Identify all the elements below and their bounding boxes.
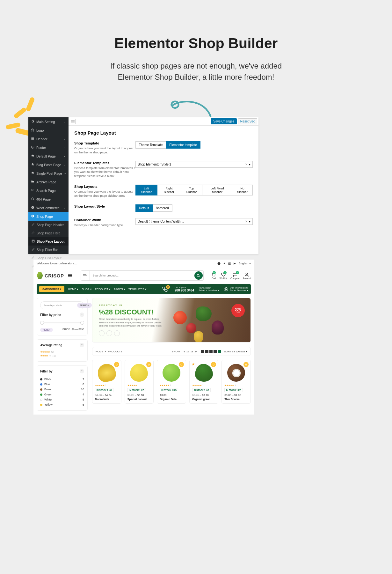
categories-button[interactable]: CATEGORIES ▾ xyxy=(39,286,64,292)
facebook-icon[interactable]: ⬤ xyxy=(217,262,221,265)
color-filter-brown[interactable]: Brown10 xyxy=(40,387,84,392)
top-sidebar-option[interactable]: Top Sidebar xyxy=(181,185,202,195)
product-rating: ★★★★★ 1 xyxy=(160,384,183,387)
sidebar-item-single-post-page[interactable]: Single Post Page⌄ xyxy=(28,169,69,178)
clear-icon[interactable]: ✕ xyxy=(245,220,248,223)
sidebar-search-input[interactable] xyxy=(44,303,77,308)
sidebar-item-shop-page-layout[interactable]: Shop Page Layout xyxy=(28,237,69,246)
reset-button[interactable]: Reset Sec xyxy=(238,118,257,124)
right-sidebar-option[interactable]: Right Sidebar xyxy=(157,185,181,195)
show-label: SHOW xyxy=(172,350,180,353)
nav-link-shop[interactable]: SHOP ▾ xyxy=(82,288,91,291)
search-category-icon[interactable] xyxy=(81,271,90,280)
sidebar-item-logo[interactable]: Logo xyxy=(28,126,69,135)
rating-filter-4[interactable]: ★★★★★(1) xyxy=(40,354,84,357)
sidebar-item-woocommerce[interactable]: WWooCommerce⌄ xyxy=(28,203,69,212)
nav-link-templates[interactable]: TEMPLATES ▾ xyxy=(128,288,147,291)
sidebar-item-shop-page-header[interactable]: Shop Page Header xyxy=(28,221,69,229)
product-card[interactable]: ★★★★★★ 1IN STOCK 1 KG$3.25 – $3.10Organi… xyxy=(189,360,219,404)
cart-button[interactable]: 0 Cart xyxy=(211,272,216,279)
no-sidebar-option[interactable]: No Sidebar xyxy=(232,185,253,195)
account-button[interactable]: Account xyxy=(243,272,251,279)
twitter-icon[interactable]: ✦ xyxy=(223,262,226,265)
color-filter-blue[interactable]: Blue8 xyxy=(40,382,84,387)
color-filter-black[interactable]: Black7 xyxy=(40,377,84,382)
wishlist-icon[interactable] xyxy=(114,362,119,367)
color-filter-green[interactable]: Green4 xyxy=(40,392,84,397)
filter-button[interactable]: FILTER xyxy=(40,328,53,332)
location-select[interactable]: Your LocationSelect a Location ▾ xyxy=(199,287,219,292)
collapse-icon[interactable]: ⌃ xyxy=(80,313,84,317)
banner-feature-icon xyxy=(106,330,112,336)
sidebar-search-button[interactable]: SEARCH xyxy=(77,303,92,308)
sort-select[interactable]: SORT BY LATEST ▾ xyxy=(224,350,247,353)
language-select[interactable]: English ▾ xyxy=(238,261,251,265)
shop-layouts-segment[interactable]: Left Sidebar Right Sidebar Top Sidebar L… xyxy=(135,185,253,195)
collapse-icon[interactable]: ⌃ xyxy=(80,369,84,373)
nav-link-product[interactable]: PRODUCT ▾ xyxy=(95,288,111,291)
show-count-18[interactable]: 18 xyxy=(191,350,193,353)
product-card[interactable]: ★★★★★ 1IN STOCK 1 KG$3.25 – $3.10Special… xyxy=(125,360,154,404)
elementor-template-option[interactable]: Elementor template xyxy=(166,141,200,149)
sidebar-item-shop-page[interactable]: Shop Page xyxy=(28,212,69,221)
sidebar-item-404-page[interactable]: 404 Page xyxy=(28,195,69,203)
sidebar-item-default-page[interactable]: Default Page⌄ xyxy=(28,152,69,160)
sale-badge: 30%OFF xyxy=(231,304,245,317)
compare-button[interactable]: 0 Compare xyxy=(230,272,240,279)
view-compact-icon[interactable] xyxy=(218,350,221,353)
sidebar-item-archive-page[interactable]: Archive Page xyxy=(28,178,69,186)
nav-link-pages[interactable]: PAGES ▾ xyxy=(114,288,125,291)
elementor-template-select[interactable]: Shop Elementor Style 1 ✕▾ xyxy=(135,161,253,168)
collapse-icon[interactable]: ⌃ xyxy=(80,343,84,347)
instagram-icon[interactable]: ◧ xyxy=(228,262,231,265)
color-name: Green xyxy=(44,393,52,396)
color-filter-white[interactable]: White5 xyxy=(40,397,84,402)
product-card[interactable]: ★★★★★ 1IN STOCK 1 KG$3.00 – $4.00Thai Sp… xyxy=(221,360,251,404)
account-label: Account xyxy=(243,277,251,279)
view-list-icon[interactable] xyxy=(214,350,217,353)
call-info[interactable]: 24 Call Anytime280 900 3434 xyxy=(162,286,194,292)
crumb-home[interactable]: HOME xyxy=(96,350,103,353)
shop-layout-style-segment[interactable]: Default Bordered xyxy=(135,204,172,212)
left-fixed-sidebar-option[interactable]: Left Fixed Sidebar xyxy=(202,185,232,195)
show-count-24[interactable]: 24 xyxy=(194,350,197,353)
container-width-select[interactable]: Deafult ( theme Content Width ... ✕▾ xyxy=(135,218,253,225)
rating-filter-5[interactable]: ★★★★★(2) xyxy=(40,350,84,353)
sidebar-item-blog-posts-page[interactable]: Blog Posts Page⌄ xyxy=(28,160,69,169)
menu-icon[interactable] xyxy=(67,273,73,278)
shop-template-segment[interactable]: Theme Template Elementor template xyxy=(135,141,200,149)
nav-link-home[interactable]: HOME ▾ xyxy=(68,288,79,291)
brand-logo[interactable]: CRISOP xyxy=(37,272,64,279)
stock-badge: IN STOCK 1 KG xyxy=(224,388,243,392)
search-input[interactable] xyxy=(90,271,194,280)
sidebar-item-shop-page-hero[interactable]: Shop Page Hero xyxy=(28,229,69,237)
wishlist-icon[interactable] xyxy=(243,362,249,367)
show-count-12[interactable]: 12 xyxy=(186,350,189,353)
theme-template-option[interactable]: Theme Template xyxy=(135,141,166,149)
view-grid-3-icon[interactable] xyxy=(205,350,208,353)
hamburger-icon[interactable] xyxy=(70,119,76,124)
wishlist-icon[interactable] xyxy=(179,362,184,367)
color-filter-yellow[interactable]: Yellow5 xyxy=(40,402,84,407)
search-button[interactable] xyxy=(194,271,203,280)
clear-icon[interactable]: ✕ xyxy=(245,163,248,166)
product-card[interactable]: ★★★★★ 1IN STOCK 1 KG$3.00Organic Gala xyxy=(157,360,186,404)
sidebar-item-header[interactable]: Header⌄ xyxy=(28,135,69,143)
default-style-option[interactable]: Default xyxy=(135,204,153,212)
left-sidebar-option[interactable]: Left Sidebar xyxy=(135,185,157,195)
view-grid-4-icon[interactable] xyxy=(209,350,213,353)
sidebar-item-footer[interactable]: Footer⌄ xyxy=(28,143,69,152)
price-slider[interactable] xyxy=(40,320,84,328)
youtube-icon[interactable]: ▶ xyxy=(234,262,236,265)
svg-text:W: W xyxy=(32,207,33,208)
product-card[interactable]: ★★★★★ 1IN STOCK 1 KG$4.00 – $4.24Markets… xyxy=(92,360,121,404)
sidebar-item-main-setting[interactable]: Main Setting⌄ xyxy=(28,117,69,126)
show-count-9[interactable]: 9 xyxy=(184,350,185,353)
discount-info[interactable]: % Only This WeekendSuper Discount ▾ xyxy=(223,287,248,292)
view-grid-2-icon[interactable] xyxy=(201,350,204,353)
wishlist-button[interactable]: 2 Wishlist xyxy=(220,272,227,279)
sidebar-item-shop-filter-bar[interactable]: Shop Filter Bar xyxy=(28,246,69,254)
sidebar-item-search-page[interactable]: Search Page xyxy=(28,186,69,195)
bordered-style-option[interactable]: Bordered xyxy=(153,204,172,212)
save-button[interactable]: Save Changes xyxy=(211,118,237,124)
